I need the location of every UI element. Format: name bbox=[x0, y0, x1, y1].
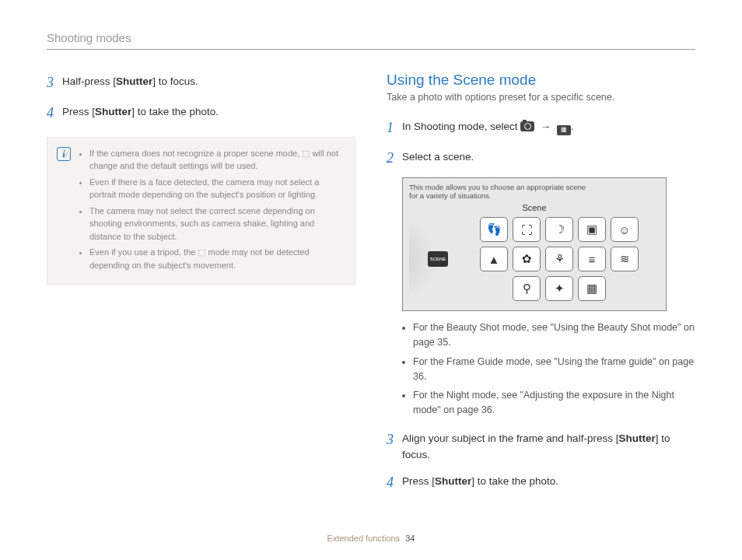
screen-title: Scene bbox=[409, 203, 660, 212]
scene-tile[interactable]: ▲ bbox=[480, 247, 508, 271]
right-column: Using the Scene mode Take a photo with o… bbox=[387, 72, 695, 502]
scene-screen: This mode allows you to choose an approp… bbox=[402, 177, 667, 312]
reference-item: For the Beauty Shot mode, see "Using the… bbox=[413, 320, 695, 350]
reference-item: For the Night mode, see "Adjusting the e… bbox=[413, 388, 695, 418]
scene-tile[interactable]: ≡ bbox=[578, 247, 606, 271]
scene-tile[interactable]: ⛶ bbox=[513, 217, 541, 242]
section-heading: Using the Scene mode bbox=[387, 72, 695, 89]
step-1-right: 1 In Shooting mode, select → ▦. bbox=[387, 117, 695, 139]
scene-chip-icon: SCENE bbox=[428, 251, 448, 267]
note-box: i If the camera does not recognize a pro… bbox=[47, 137, 355, 285]
screen-note: This mode allows you to choose an approp… bbox=[409, 183, 588, 201]
scene-tile[interactable]: ⚲ bbox=[513, 276, 541, 301]
scene-tile[interactable]: 👣 bbox=[480, 217, 508, 242]
scene-icon: ▦ bbox=[557, 125, 571, 135]
scene-tile[interactable]: ⚘ bbox=[545, 247, 573, 271]
camera-icon bbox=[520, 121, 534, 131]
reference-list: For the Beauty Shot mode, see "Using the… bbox=[387, 320, 695, 418]
step-4-left: 4 Press [Shutter] to take the photo. bbox=[47, 102, 355, 124]
step-3-right: 3 Align your subject in the frame and ha… bbox=[387, 429, 695, 464]
note-item: Even if there is a face detected, the ca… bbox=[89, 176, 344, 201]
note-item: If the camera does not recognize a prope… bbox=[89, 147, 344, 173]
scene-tile[interactable]: ☽ bbox=[545, 217, 573, 242]
page-footer: Extended functions 34 bbox=[0, 534, 742, 543]
step-2-right: 2 Select a scene. bbox=[387, 147, 695, 170]
note-icon: i bbox=[57, 147, 71, 161]
scene-tile[interactable]: ▦ bbox=[578, 276, 606, 301]
step-3-left: 3 Half-press [Shutter] to focus. bbox=[47, 72, 355, 94]
left-column: 3 Half-press [Shutter] to focus. 4 Press… bbox=[47, 72, 355, 502]
step-4-right: 4 Press [Shutter] to take the photo. bbox=[387, 471, 695, 494]
scene-tile[interactable]: ≋ bbox=[611, 247, 639, 271]
section-subtitle: Take a photo with options preset for a s… bbox=[387, 92, 695, 103]
scene-tile[interactable]: ✿ bbox=[513, 247, 541, 271]
scene-tile[interactable]: ☺ bbox=[611, 217, 639, 242]
scene-tile[interactable]: ▣ bbox=[578, 217, 606, 242]
breadcrumb: Shooting modes bbox=[47, 31, 695, 50]
note-item: The camera may not select the correct sc… bbox=[89, 205, 344, 243]
note-item: Even if you use a tripod, the ⬚ mode may… bbox=[89, 246, 344, 271]
reference-item: For the Frame Guide mode, see "Using the… bbox=[413, 355, 695, 384]
scene-icon-grid: 👣 ⛶ ☽ ▣ ☺ ▲ ✿ ⚘ ≡ ≋ ⚲ ✦ ▦ bbox=[445, 217, 660, 301]
mode-dial: SCENE bbox=[409, 224, 445, 294]
scene-tile[interactable]: ✦ bbox=[545, 276, 573, 301]
